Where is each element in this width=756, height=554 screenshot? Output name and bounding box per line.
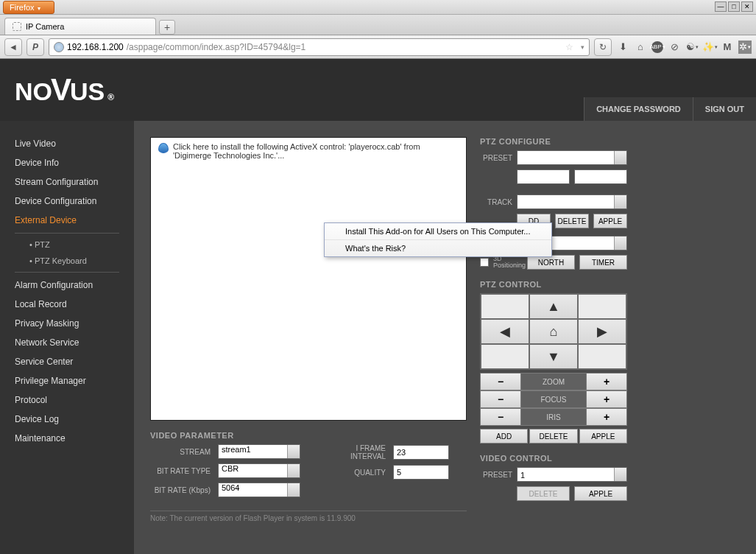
ptz-add-button[interactable]: ADD (480, 429, 528, 443)
sidebar-item-privilege-manager[interactable]: Privilege Manager (0, 371, 134, 390)
ptz-right-button[interactable]: ▶ (578, 319, 626, 344)
north-button[interactable]: NORTH (527, 255, 575, 270)
ptz-delete-button[interactable]: DELETE (529, 429, 577, 443)
sidebar-item-service-center[interactable]: Service Center (0, 352, 134, 371)
bookmark-star-icon[interactable]: ☆ (565, 42, 573, 52)
vc-delete-button[interactable]: DELETE (517, 486, 570, 501)
sidebar-item-maintenance[interactable]: Maintenance (0, 429, 134, 448)
change-password-link[interactable]: CHANGE PASSWORD (584, 97, 693, 121)
url-bar[interactable]: 192.168.1.200/asppage/common/index.asp?I… (49, 38, 590, 56)
preset-field-1[interactable] (517, 169, 570, 184)
window-minimize[interactable]: — (715, 1, 727, 12)
sign-out-link[interactable]: SIGN OUT (693, 97, 756, 121)
ptz-control-title: PTZ CONTROL (480, 280, 627, 289)
flash-version-note: Note: The current version of Flash Playe… (150, 511, 467, 522)
snowflake-icon[interactable]: ✲ (738, 41, 752, 54)
tab-strip: IP Camera + (0, 15, 756, 35)
focus-in-button[interactable]: + (586, 390, 627, 408)
tab-favicon (13, 22, 21, 31)
sidebar-divider (15, 272, 119, 273)
page-header: NOVUS® CHANGE PASSWORD SIGN OUT (0, 59, 756, 121)
sidebar-item-stream-config[interactable]: Stream Configuration (0, 172, 134, 192)
bitrate-type-select[interactable]: CBR▼ (218, 463, 300, 478)
ptz-down-button[interactable]: ▼ (529, 344, 578, 369)
back-button[interactable]: ◄ (4, 38, 22, 56)
zoom-in-button[interactable]: + (586, 373, 627, 390)
abp-icon[interactable]: ABP (651, 41, 663, 53)
window-maximize[interactable]: □ (728, 1, 740, 12)
stream-select[interactable]: stream1▼ (218, 444, 300, 459)
3d-positioning-checkbox[interactable] (480, 258, 489, 267)
sidebar-item-live-video[interactable]: Live Video (0, 134, 134, 153)
window-close[interactable]: ✕ (741, 1, 753, 12)
bitrate-select[interactable]: 5064▼ (218, 483, 300, 497)
dropdown-toggle[interactable]: ▾ (581, 43, 584, 51)
iris-close-button[interactable]: − (480, 408, 521, 426)
sidebar-item-privacy-masking[interactable]: Privacy Masking (0, 314, 134, 333)
iframe-interval-input[interactable] (393, 445, 449, 460)
track-delete-button[interactable]: DELETE (555, 214, 589, 228)
greasemonkey-icon[interactable]: ☯ (685, 41, 699, 54)
iris-label: IRIS (521, 408, 586, 426)
preset-field-2[interactable] (574, 169, 627, 184)
sidebar-item-local-record[interactable]: Local Record (0, 295, 134, 314)
ptz-home-button[interactable]: ⌂ (529, 319, 578, 344)
ptz-direction-pad: ▲ ◀ ⌂ ▶ ▼ (480, 293, 627, 370)
url-path: /asppage/common/index.asp?ID=45794&lg=1 (127, 42, 306, 52)
ptz-apple-button[interactable]: APPLE (579, 429, 627, 443)
home-icon[interactable]: ⌂ (634, 41, 647, 54)
bitrate-type-label: BIT RATE TYPE (150, 467, 211, 475)
track-label: TRACK (480, 198, 512, 206)
quality-label: QUALITY (319, 469, 386, 477)
stream-label: STREAM (150, 448, 211, 456)
vc-preset-select[interactable]: 1▼ (517, 467, 627, 482)
firefox-app-button[interactable]: Firefox (3, 1, 54, 14)
ptz-pad-blank (481, 294, 529, 319)
lastpass-icon[interactable]: P (27, 38, 44, 56)
sidebar-divider (15, 233, 119, 234)
sidebar-item-protocol[interactable]: Protocol (0, 390, 134, 410)
sidebar-item-alarm-config[interactable]: Alarm Configuration (0, 276, 134, 295)
site-identity-icon (54, 42, 64, 52)
focus-label: FOCUS (521, 390, 586, 408)
sidebar-item-device-info[interactable]: Device Info (0, 153, 134, 172)
sidebar-item-network-service[interactable]: Network Service (0, 333, 134, 352)
ptz-left-button[interactable]: ◀ (481, 319, 529, 344)
browser-tab[interactable]: IP Camera (4, 18, 156, 35)
ctx-install-addon[interactable]: Install This Add-on for All Users on Thi… (325, 223, 551, 240)
sidebar-item-external-device[interactable]: External Device (0, 211, 134, 230)
sidebar-item-device-log[interactable]: Device Log (0, 410, 134, 429)
gmail-icon[interactable]: M (721, 41, 734, 54)
nav-toolbar: ◄ P 192.168.1.200/asppage/common/index.a… (0, 35, 756, 59)
preset-select[interactable]: ▼ (517, 150, 627, 165)
new-tab-button[interactable]: + (159, 20, 175, 35)
video-control-title: VIDEO CONTROL (480, 454, 627, 463)
timer-button[interactable]: TIMER (579, 255, 627, 270)
noscript-icon[interactable]: ⊘ (668, 41, 681, 54)
ptz-up-button[interactable]: ▲ (529, 294, 578, 319)
track-apple-button[interactable]: APPLE (593, 214, 627, 228)
track-select[interactable]: ▼ (517, 194, 627, 209)
sidebar-sub-ptz-keyboard[interactable]: PTZ Keyboard (0, 253, 134, 269)
wand-icon[interactable]: ✨ (703, 41, 716, 54)
sidebar: Live Video Device Info Stream Configurat… (0, 121, 134, 554)
ptz-pad-blank (481, 344, 529, 369)
ptz-pad-blank (578, 294, 626, 319)
video-parameter-title: VIDEO PARAMETER (150, 431, 467, 440)
vc-apple-button[interactable]: APPLE (574, 486, 627, 501)
iris-open-button[interactable]: + (586, 408, 627, 426)
sidebar-sub-ptz[interactable]: PTZ (0, 236, 134, 253)
sidebar-item-device-config[interactable]: Device Configuration (0, 192, 134, 211)
preset-label: PRESET (480, 154, 512, 162)
download-icon[interactable]: ⬇ (616, 41, 629, 54)
firefox-menu-bar: Firefox — □ ✕ (0, 0, 756, 15)
bitrate-label: BIT RATE (Kbps) (150, 486, 211, 494)
ctx-whats-the-risk[interactable]: What's the Risk? (325, 240, 551, 256)
zoom-out-button[interactable]: − (480, 373, 521, 390)
focus-out-button[interactable]: − (480, 390, 521, 408)
quality-input[interactable] (393, 465, 449, 480)
iframe-interval-label: I FRAME INTERVAL (319, 444, 386, 460)
3d-positioning-label: 3D Positioning (493, 256, 523, 269)
reload-button[interactable]: ↻ (594, 38, 612, 56)
video-activex-placeholder[interactable]: Click here to install the following Acti… (150, 137, 467, 421)
